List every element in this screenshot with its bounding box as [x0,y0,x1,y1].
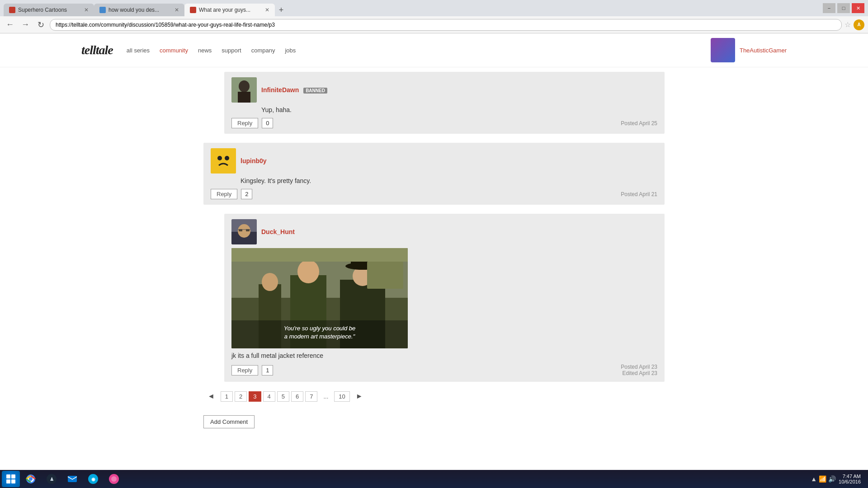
comment-text-1: Yup, haha. [261,106,657,113]
site-nav: telltale all series community news suppo… [0,33,868,67]
add-comment-button[interactable]: Add Comment [203,415,255,428]
comment-footer-3: Reply 1 Posted April 23 Edited April 23 [231,364,657,376]
duck-hunt-comment: Duck_Hunt [224,214,665,382]
avatar-duckhunt [231,219,257,244]
nav-all-series[interactable]: all series [127,47,150,54]
page-button-1[interactable]: 1 [221,391,233,402]
svg-rect-23 [367,262,403,289]
page-button-6[interactable]: 6 [291,391,303,402]
page-button-3[interactable]: 3 [249,391,261,402]
nav-company[interactable]: company [251,47,275,54]
extension-button[interactable]: A [854,19,864,30]
svg-point-15 [262,273,278,291]
reply-button-3[interactable]: Reply [231,365,258,375]
page-button-7[interactable]: 7 [305,391,317,402]
post-date-2: Posted April 21 [621,191,657,197]
svg-rect-2 [238,92,250,103]
avatar-lupinb0y [211,148,236,174]
comment-caption: jk its a full metal jacket reference [231,352,657,359]
forward-button[interactable]: → [19,19,32,31]
nav-news[interactable]: news [198,47,212,54]
next-page-button[interactable]: ► [352,391,367,402]
comment-text-2: Kingsley. It's pretty fancy. [241,177,657,184]
vote-count-1: 0 [262,118,273,128]
browser-tab-3[interactable]: What are your guys... ✕ [184,4,275,16]
page: telltale all series community news suppo… [0,33,868,463]
pagination: ◄ 1 2 3 4 5 6 7 ... 10 ► [203,391,665,402]
window-controls: − □ ✕ [823,3,864,13]
page-button-2[interactable]: 2 [235,391,247,402]
page-button-4[interactable]: 4 [263,391,275,402]
post-date-1: Posted April 25 [621,120,657,127]
nav-support[interactable]: support [222,47,241,54]
site-logo: telltale [81,43,113,57]
comment-footer-2: Reply 2 Posted April 21 [211,189,657,199]
comment-block-3: Duck_Hunt [203,214,665,382]
page-button-5[interactable]: 5 [277,391,289,402]
svg-rect-3 [211,148,236,174]
svg-point-17 [297,260,319,283]
svg-text:You're so ugly you could be: You're so ugly you could be [284,325,356,332]
browser-tab-2[interactable]: how would you des... ✕ [94,4,184,16]
new-tab-button[interactable]: + [275,4,288,16]
comment-block-2: lupinb0y Kingsley. It's pretty fancy. Re… [203,143,665,205]
username-lupinb0y[interactable]: lupinb0y [241,157,267,164]
comment-image: You're so ugly you could be a modern art… [231,248,657,348]
page-button-10[interactable]: 10 [334,391,349,402]
nav-jobs[interactable]: jobs [285,47,296,54]
comment-inner-2: lupinb0y Kingsley. It's pretty fancy. Re… [203,143,665,205]
comment-inner-1: InfiniteDawn BANNED Yup, haha. Reply 0 P… [224,72,665,134]
svg-text:a modern art masterpiece.": a modern art masterpiece." [284,333,356,340]
browser-toolbar: ← → ↻ ☆ A [0,16,868,33]
close-button[interactable]: ✕ [852,3,864,13]
browser-tabs: Superhero Cartoons ✕ how would you des..… [4,0,817,16]
username-duckhunt[interactable]: Duck_Hunt [261,228,295,235]
tab-close-2[interactable]: ✕ [175,7,179,13]
vote-count-2: 2 [241,189,252,199]
tab-title-2: how would you des... [108,7,170,13]
url-bar[interactable] [50,19,842,31]
tab-favicon-1 [9,7,15,13]
svg-rect-22 [231,248,408,262]
tab-title-1: Superhero Cartoons [18,7,80,13]
nav-right: TheAutisticGamer [711,38,787,62]
user-avatar-nav [711,38,735,62]
nav-links: all series community news support compan… [127,47,296,54]
browser-titlebar: Superhero Cartoons ✕ how would you des..… [0,0,868,16]
svg-rect-11 [238,229,250,230]
back-button[interactable]: ← [4,19,16,31]
svg-point-1 [239,80,250,92]
reply-button-2[interactable]: Reply [211,189,237,199]
reply-button-1[interactable]: Reply [231,118,258,128]
prev-page-button[interactable]: ◄ [203,391,219,402]
avatar-svg-1 [231,77,257,103]
comment-block-1: InfiniteDawn BANNED Yup, haha. Reply 0 P… [203,72,665,134]
tab-close-1[interactable]: ✕ [84,7,89,13]
svg-point-4 [217,156,222,160]
avatar-infinitedawn [231,77,257,103]
svg-point-5 [225,156,229,160]
comment-header-2: lupinb0y [211,148,657,174]
image-inner: You're so ugly you could be a modern art… [231,248,408,348]
vote-count-3: 1 [262,365,273,375]
page-ellipsis: ... [319,392,332,401]
nav-community[interactable]: community [160,47,188,54]
main-content: InfiniteDawn BANNED Yup, haha. Reply 0 P… [194,67,674,442]
tab-favicon-3 [190,7,196,13]
avatar-svg-3 [231,219,257,244]
minimize-button[interactable]: − [823,3,835,13]
comment-header-3: Duck_Hunt [231,219,657,244]
tab-favicon-2 [99,7,106,13]
username-nav[interactable]: TheAutisticGamer [740,47,787,54]
tab-close-3[interactable]: ✕ [265,7,269,13]
browser-tab-1[interactable]: Superhero Cartoons ✕ [4,4,94,16]
comment-indent-1: InfiniteDawn BANNED Yup, haha. Reply 0 P… [224,72,665,134]
reload-button[interactable]: ↻ [34,19,47,31]
username-infinitedawn[interactable]: InfiniteDawn [261,86,299,94]
browser-chrome: Superhero Cartoons ✕ how would you des..… [0,0,868,463]
bookmark-icon[interactable]: ☆ [844,20,851,29]
tab-title-3: What are your guys... [199,7,260,13]
maximize-button[interactable]: □ [837,3,850,13]
comment-header-1: InfiniteDawn BANNED [231,77,657,103]
post-date-3: Posted April 23 Edited April 23 [621,364,657,376]
